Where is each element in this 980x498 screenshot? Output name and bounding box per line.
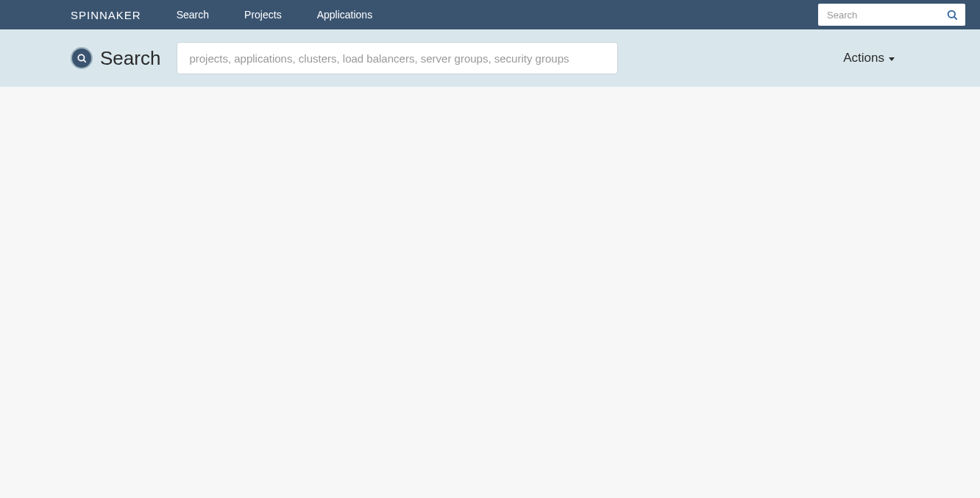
chevron-down-icon: [889, 57, 895, 61]
nav-left: SPINNAKER Search Projects Applications: [15, 9, 372, 21]
content-area: [0, 87, 980, 498]
actions-dropdown[interactable]: Actions: [843, 51, 909, 65]
nav-search-input[interactable]: [818, 4, 965, 26]
search-icon: [71, 47, 93, 69]
nav-link-search[interactable]: Search: [177, 9, 209, 21]
page-title-group: Search: [71, 47, 160, 70]
sub-header: Search Actions: [0, 29, 980, 87]
nav-search-container: [818, 4, 965, 26]
nav-link-projects[interactable]: Projects: [244, 9, 282, 21]
top-nav: SPINNAKER Search Projects Applications: [0, 0, 980, 29]
page-title: Search: [100, 47, 160, 70]
main-search-container: [177, 42, 618, 74]
svg-line-3: [83, 60, 85, 62]
actions-label: Actions: [843, 51, 884, 65]
main-search-input[interactable]: [177, 42, 618, 74]
nav-links: Search Projects Applications: [177, 9, 372, 21]
brand-logo[interactable]: SPINNAKER: [15, 9, 141, 21]
sub-header-left: Search: [71, 42, 618, 74]
nav-link-applications[interactable]: Applications: [317, 9, 373, 21]
